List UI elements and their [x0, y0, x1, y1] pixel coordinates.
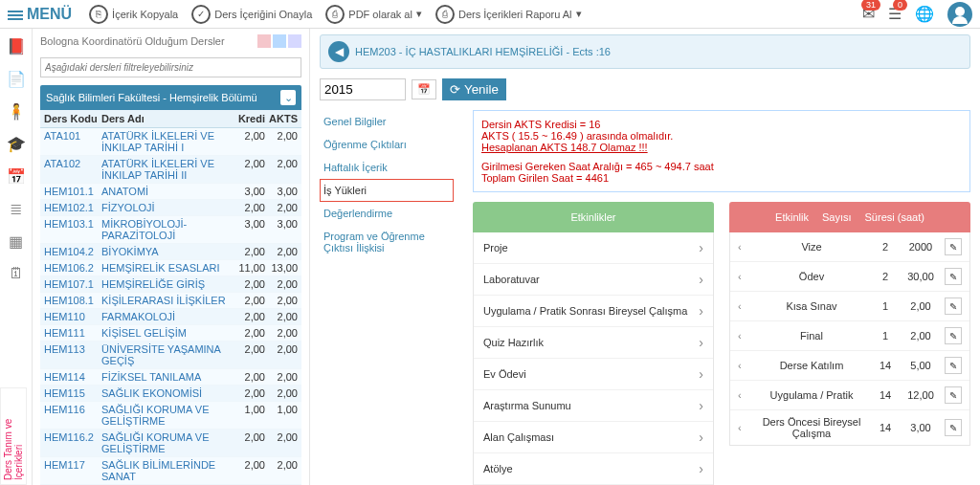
chevron-left-icon[interactable]: ‹ [738, 389, 749, 401]
table-row[interactable]: HEM102.1FİZYOLOJİ2,002,00 [40, 200, 301, 216]
info-link[interactable]: Hesaplanan AKTS 148.7 Olamaz !!! [481, 142, 648, 153]
col-kredi: Kredi [233, 113, 265, 124]
row-name: FİZYOLOJİ [101, 202, 233, 213]
chevron-left-icon[interactable]: ‹ [738, 422, 749, 433]
row-name: KİŞİLERARASI İLİŞKİLER [101, 295, 233, 306]
row-name: KİŞİSEL GELİŞİM [101, 327, 233, 339]
row-kredi: 2,00 [233, 431, 265, 454]
copy-content-button[interactable]: ⎘ İçerik Kopyala [89, 5, 178, 24]
chevron-left-icon[interactable]: ‹ [738, 271, 749, 282]
row-kredi: 2,00 [233, 295, 265, 306]
table-row[interactable]: HEM106.2HEMŞİRELİK ESASLARI11,0013,00 [40, 260, 301, 276]
user-avatar[interactable] [947, 2, 972, 27]
edit-button[interactable]: ✎ [945, 357, 962, 374]
table-row[interactable]: HEM101.1ANATOMİ3,003,00 [40, 184, 301, 200]
row-akts: 1,00 [265, 404, 298, 427]
table-row[interactable]: ATA102ATATÜRK İLKELERİ VE İNKILAP TARİHİ… [40, 156, 301, 184]
report-button[interactable]: ⎙ Ders İçerikleri Raporu Al ▾ [435, 5, 582, 24]
rail-lines-icon[interactable]: ≣ [7, 199, 26, 218]
nav-genel-bilgiler[interactable]: Genel Bilgiler [320, 110, 454, 133]
edit-button[interactable]: ✎ [945, 268, 962, 285]
nav-ogrenme-ciktilari[interactable]: Öğrenme Çıktıları [320, 133, 454, 156]
activity-row[interactable]: Quiz Hazırlık› [474, 326, 713, 358]
edit-button[interactable]: ✎ [945, 298, 962, 315]
year-input[interactable] [320, 78, 406, 100]
table-row[interactable]: HEM108.1KİŞİLERARASI İLİŞKİLER2,002,00 [40, 293, 301, 309]
activity-row[interactable]: Alan Çalışması› [474, 421, 713, 452]
side-tab-ders-tanim[interactable]: Ders Tanım ve İçerikleri [0, 387, 27, 485]
activity-row[interactable]: Ev Ödevi› [474, 358, 713, 389]
table-row[interactable]: HEM116SAĞLIĞI KORUMA VE GELİŞTİRME1,001,… [40, 402, 301, 430]
table-row[interactable]: ATA101ATATÜRK İLKELERİ VE İNKILAP TARİHİ… [40, 128, 301, 156]
info-line-1: Dersin AKTS Kredisi = 16 [481, 119, 962, 130]
row-code: HEM102.1 [44, 202, 101, 213]
effort-count: 14 [874, 389, 897, 401]
activity-row[interactable]: Proje› [474, 232, 713, 263]
effort-duration: 5,00 [902, 360, 939, 371]
messages-button[interactable]: ✉ 31 [862, 5, 875, 23]
table-row[interactable]: HEM116.2SAĞLIĞI KORUMA VE GELİŞTİRME2,00… [40, 430, 301, 457]
rail-cal2-icon[interactable]: 🗓 [7, 264, 26, 283]
chevron-left-icon[interactable]: ‹ [738, 300, 749, 312]
rail-person-icon[interactable]: 🧍 [7, 101, 26, 121]
row-code: HEM117 [44, 459, 101, 482]
row-code: HEM107.1 [44, 278, 101, 290]
table-row[interactable]: HEM110FARMAKOLOJİ2,002,00 [40, 309, 301, 325]
table-row[interactable]: HEM113ÜNİVERSİTE YAŞAMINA GEÇİŞ2,002,00 [40, 342, 301, 369]
tasks-button[interactable]: ☰ 0 [888, 5, 902, 23]
filter-input[interactable] [40, 57, 301, 77]
edit-button[interactable]: ✎ [945, 327, 962, 344]
rail-grid-icon[interactable]: ▦ [7, 231, 26, 251]
effort-row: ‹Ders Öncesi Bireysel Çalışma143,00✎ [730, 409, 969, 445]
panel-title: Bologna Koordinatörü Olduğum Dersler [40, 35, 225, 47]
globe-button[interactable]: 🌐 [915, 5, 934, 23]
approve-label: Ders İçeriğini Onayla [214, 9, 312, 20]
back-button[interactable]: ◀ [328, 41, 349, 62]
row-akts: 2,00 [265, 158, 298, 181]
table-row[interactable]: HEM115SAĞLIK EKONOMİSİ2,002,00 [40, 386, 301, 402]
edit-button[interactable]: ✎ [945, 386, 962, 404]
rail-doc-icon[interactable]: 📄 [7, 69, 26, 88]
nav-degerlendirme[interactable]: Değerlendirme [320, 202, 454, 225]
chevron-left-icon[interactable]: ‹ [738, 360, 749, 371]
activity-label: Atölye [483, 463, 513, 474]
refresh-button[interactable]: ⟳ Yenile [442, 78, 506, 100]
copy-label: İçerik Kopyala [112, 9, 178, 20]
table-row[interactable]: HEM103.1MİKROBİYOLOJİ-PARAZİTOLOJİ3,003,… [40, 216, 301, 244]
activity-row[interactable]: Uygulama / Pratik Sonrası Bireysel Çalış… [474, 295, 713, 326]
faculty-accordion-header[interactable]: Sağlık Bilimleri Fakültesi - Hemşirelik … [40, 85, 301, 110]
akts-info-box: Dersin AKTS Kredisi = 16 AKTS ( 15.5 ~ 1… [473, 110, 970, 192]
chevron-left-icon[interactable]: ‹ [738, 330, 749, 342]
row-kredi: 3,00 [233, 186, 265, 197]
rail-book-icon[interactable]: 📕 [7, 36, 26, 55]
activity-row[interactable]: Atölye› [474, 452, 713, 484]
rail-calendar-icon[interactable]: 📅 [7, 166, 26, 186]
nav-is-yukleri[interactable]: İş Yükleri [320, 179, 454, 202]
effort-count: 14 [874, 422, 897, 433]
row-name: ÜNİVERSİTE YAŞAMINA GEÇİŞ [101, 343, 233, 366]
table-row[interactable]: HEM114FİZİKSEL TANILAMA2,002,00 [40, 369, 301, 386]
row-kredi: 2,00 [233, 246, 265, 257]
rail-cap-icon[interactable]: 🎓 [7, 134, 26, 153]
pdf-button[interactable]: ⎙ PDF olarak al ▾ [325, 5, 422, 24]
nav-program-iliskisi[interactable]: Program ve Öğrenme Çıktısı İlişkisi [320, 225, 454, 259]
table-row[interactable]: HEM117SAĞLIK BİLİMLERİNDE SANAT2,002,00 [40, 457, 301, 485]
nav-haftalik-icerik[interactable]: Haftalık İçerik [320, 156, 454, 179]
row-akts: 13,00 [265, 262, 298, 274]
activity-label: Proje [483, 242, 508, 254]
main-menu-button[interactable]: MENÜ [8, 6, 72, 23]
row-code: HEM116 [44, 404, 101, 427]
activity-row[interactable]: Laboratuvar› [474, 263, 713, 295]
activity-row[interactable]: Araştırma Sunumu› [474, 389, 713, 421]
table-row[interactable]: HEM104.2BİYOKİMYA2,002,00 [40, 244, 301, 260]
table-row[interactable]: HEM107.1HEMŞİRELİĞE GİRİŞ2,002,00 [40, 276, 301, 293]
approve-content-button[interactable]: ✓ Ders İçeriğini Onayla [191, 5, 312, 24]
chevron-left-icon[interactable]: ‹ [738, 241, 749, 253]
legend-swatches [257, 34, 301, 48]
edit-button[interactable]: ✎ [945, 419, 962, 436]
row-kredi: 11,00 [233, 262, 265, 274]
edit-button[interactable]: ✎ [945, 238, 962, 255]
check-icon: ✓ [191, 5, 211, 24]
calendar-picker-button[interactable]: 📅 [412, 79, 436, 99]
table-row[interactable]: HEM111KİŞİSEL GELİŞİM2,002,00 [40, 325, 301, 342]
